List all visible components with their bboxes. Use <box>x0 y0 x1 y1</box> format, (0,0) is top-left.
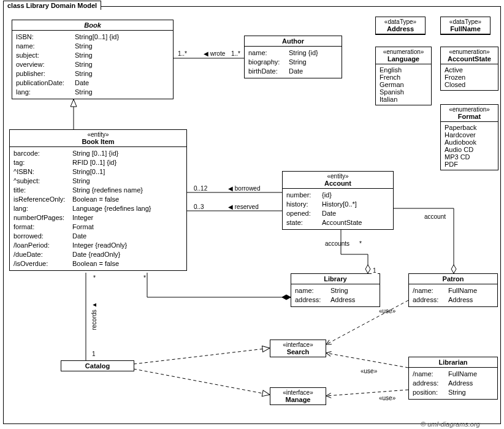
enum-language: «enumeration»Language English French Ger… <box>375 47 432 105</box>
use-dependency: «use» <box>378 395 397 401</box>
class-name: Manage <box>286 396 311 403</box>
enum-value: Audio CD <box>445 146 494 153</box>
enum-value: German <box>380 81 427 88</box>
class-name: Book <box>84 21 101 29</box>
multiplicity: 0..3 <box>193 203 205 210</box>
stereotype: «enumeration» <box>443 48 495 55</box>
class-author: Author name:String {id} biography:String… <box>244 36 342 78</box>
assoc-records-label: records ▲ <box>91 300 97 331</box>
stereotype: «dataType» <box>443 18 487 25</box>
frame-title: class Library Domain Model <box>3 1 101 10</box>
class-catalog: Catalog <box>61 360 134 371</box>
attr-type: FullName <box>448 286 494 295</box>
class-name: Search <box>287 348 310 355</box>
enum-value: Spanish <box>380 88 427 96</box>
assoc-borrowed-label: ◀ borrowed <box>227 185 261 192</box>
copyright-notice: © uml-diagrams.org <box>421 420 480 428</box>
attr-name: name: <box>248 48 285 58</box>
attr-type: Address <box>448 295 494 305</box>
attr-type: Boolean = false <box>72 195 183 204</box>
enum-value: MP3 CD <box>445 153 494 161</box>
attr-type: Date <box>289 67 338 76</box>
class-name: Library <box>324 275 346 283</box>
datatype-fullname: «dataType»FullName <box>440 17 491 35</box>
attr-name: format: <box>13 222 69 232</box>
multiplicity: 1 <box>91 351 97 357</box>
attr-name: borrowed: <box>13 232 69 241</box>
stereotype: «interface» <box>273 389 323 396</box>
attr-type: String <box>330 286 376 295</box>
attr-name: address: <box>295 295 327 305</box>
attr-name: /isOverdue: <box>13 259 69 268</box>
class-name: FullName <box>450 25 481 32</box>
attr-type: Date <box>75 78 169 88</box>
stereotype: «entity» <box>12 131 184 138</box>
attr-name: /name: <box>413 370 445 379</box>
attr-type: History[0..*] <box>322 200 389 209</box>
attr-name: publisher: <box>16 69 71 78</box>
attr-type: RFID [0..1] {id} <box>72 158 183 167</box>
multiplicity: 1..* <box>177 50 188 57</box>
attr-type: String {redefines name} <box>72 186 183 195</box>
attr-type: String <box>72 177 183 186</box>
use-dependency: «use» <box>359 368 378 374</box>
multiplicity: * <box>142 275 147 281</box>
attr-type: Address <box>330 295 376 305</box>
class-name: Language <box>388 55 419 63</box>
enum-accountstate: «enumeration»AccountState Active Frozen … <box>440 47 498 91</box>
attr-name: birthDate: <box>248 67 285 76</box>
enum-value: Italian <box>380 96 427 103</box>
attr-name: address: <box>413 379 445 388</box>
attr-name: /name: <box>413 286 445 295</box>
class-patron: Patron /name:FullName address:Address <box>408 273 498 307</box>
attr-type: Integer <box>72 213 183 222</box>
attr-name: name: <box>16 42 71 51</box>
attr-name: name: <box>295 286 327 295</box>
enum-value: PDF <box>445 161 494 168</box>
class-name: Catalog <box>85 362 110 370</box>
enum-value: Audiobook <box>445 139 494 146</box>
class-bookitem: «entity»Book Item barcode:String [0..1] … <box>9 129 187 271</box>
attr-name: state: <box>286 218 318 227</box>
attr-type: Integer {readOnly} <box>72 241 183 250</box>
class-book: Book ISBN:String[0..1] {id} name:String … <box>12 20 174 99</box>
class-name: AccountState <box>448 55 491 63</box>
attr-name: /dueDate: <box>13 250 69 259</box>
stereotype: «dataType» <box>378 18 422 25</box>
attr-type: String[0..1] <box>72 167 183 177</box>
attr-type: Date <box>322 209 389 218</box>
attr-type: String <box>75 69 169 78</box>
enum-value: Hardcover <box>445 131 494 139</box>
enum-value: French <box>380 74 427 81</box>
assoc-accounts-label: accounts <box>324 240 351 247</box>
attr-name: title: <box>13 186 69 195</box>
class-account: «entity»Account number:{id} history:Hist… <box>282 171 394 230</box>
interface-search: «interface»Search <box>270 340 326 357</box>
attr-type: Format <box>72 222 183 232</box>
attr-type: Language {redefines lang} <box>72 204 183 213</box>
assoc-account-label: account <box>423 213 447 220</box>
enum-value: Closed <box>445 81 494 88</box>
attr-type: String <box>75 88 169 97</box>
use-dependency: «use» <box>378 308 397 314</box>
multiplicity: * <box>358 240 363 247</box>
attr-name: barcode: <box>13 149 69 158</box>
attr-name: ^subject: <box>13 177 69 186</box>
attr-type: {id} <box>322 191 389 200</box>
attr-type: String <box>75 42 169 51</box>
class-library: Library name:String address:Address <box>291 273 380 307</box>
attr-name: numberOfPages: <box>13 213 69 222</box>
attr-name: position: <box>413 388 445 397</box>
attr-type: Address <box>448 379 494 388</box>
stereotype: «interface» <box>273 341 323 348</box>
attr-name: /loanPeriod: <box>13 241 69 250</box>
class-name: Book Item <box>82 138 114 145</box>
interface-manage: «interface»Manage <box>270 387 326 405</box>
class-name: Format <box>458 113 481 120</box>
datatype-address: «dataType»Address <box>375 17 426 35</box>
attr-name: biography: <box>248 58 285 67</box>
class-name: Librarian <box>438 359 467 366</box>
attr-name: ^ISBN: <box>13 167 69 177</box>
attr-name: lang: <box>13 204 69 213</box>
multiplicity: 0..12 <box>193 185 208 192</box>
